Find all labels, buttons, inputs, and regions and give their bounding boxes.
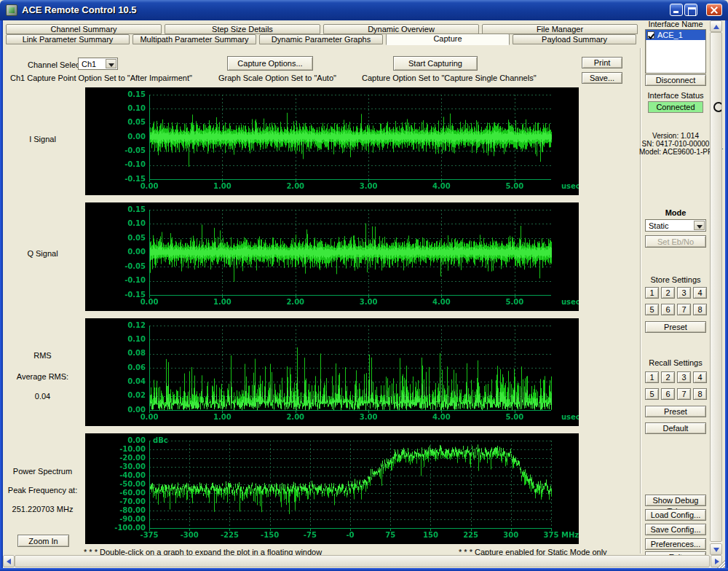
preferences-button[interactable]: Preferences... (645, 538, 706, 550)
arrow-left-icon (7, 559, 11, 564)
recall-2-button[interactable]: 2 (661, 371, 675, 383)
checkbox-checked-icon[interactable] (647, 31, 654, 39)
set-ebno-button: Set Eb/No (645, 235, 706, 248)
power-spectrum-plot[interactable] (85, 433, 579, 544)
status-graph-scale: Graph Scale Option Set to "Auto" (218, 74, 336, 82)
window-border-right (725, 20, 728, 571)
i-signal-plot[interactable] (85, 87, 579, 195)
interface-status-label: Interface Status (639, 91, 712, 100)
status-badge: Connected (648, 101, 703, 113)
app-icon (6, 4, 17, 16)
mode-value: Static (649, 221, 669, 230)
power-spectrum-label: Power Spectrum (0, 467, 85, 476)
interface-list[interactable]: ACE_1 (645, 29, 706, 74)
app-window: ACE Remote Control 10.5 Channel Summary … (0, 0, 728, 571)
arrow-down-icon (713, 548, 719, 552)
save-config-button[interactable]: Save Config... (645, 524, 706, 535)
recall-6-button[interactable]: 6 (661, 388, 675, 400)
title-bar[interactable]: ACE Remote Control 10.5 (0, 0, 728, 20)
store-6-button[interactable]: 6 (661, 304, 675, 315)
chevron-down-icon (697, 225, 703, 229)
save-button[interactable]: Save... (582, 72, 622, 84)
channel-select-label: Channel Select: (28, 60, 84, 69)
print-button[interactable]: Print (582, 57, 622, 68)
default-button[interactable]: Default (645, 422, 706, 434)
recall-4-button[interactable]: 4 (693, 371, 707, 383)
store-3-button[interactable]: 3 (677, 287, 691, 299)
tab-channel-summary[interactable]: Channel Summary (6, 24, 162, 34)
maximize-button[interactable] (684, 4, 697, 16)
list-item-interface[interactable]: ACE_1 (646, 30, 705, 40)
mode-label: Mode (639, 208, 712, 217)
i-signal-label: I Signal (0, 135, 85, 143)
rms-label: RMS (0, 351, 85, 360)
start-capturing-button[interactable]: Start Capturing (393, 56, 478, 71)
sidebar-divider (640, 48, 641, 554)
scroll-down-button[interactable] (710, 543, 722, 555)
scroll-up-button[interactable] (710, 20, 722, 32)
store-settings-label: Store Settings (639, 275, 712, 284)
recall-settings-label: Recall Settings (639, 358, 712, 367)
store-2-button[interactable]: 2 (661, 287, 675, 299)
store-preset-button[interactable]: Preset (645, 321, 706, 333)
channel-select-dropdown[interactable]: Ch1 (78, 58, 118, 70)
tab-file-manager[interactable]: File Manager (482, 24, 638, 34)
rms-plot[interactable] (85, 318, 579, 426)
minimize-button[interactable] (670, 4, 683, 16)
activity-indicator-icon (713, 102, 721, 114)
window-border-bottom (0, 568, 728, 571)
store-7-button[interactable]: 7 (677, 304, 691, 315)
window-border-left (0, 20, 3, 571)
average-rms-value: 0.04 (0, 392, 85, 401)
store-4-button[interactable]: 4 (693, 287, 707, 299)
recall-5-button[interactable]: 5 (645, 388, 659, 400)
q-signal-label: Q Signal (0, 249, 85, 258)
model-text: Model: ACE9600-1-PROT (639, 148, 712, 156)
peak-frequency-label: Peak Frequency at: (0, 486, 85, 495)
zoom-in-button[interactable]: Zoom In (17, 535, 69, 547)
tab-link-parameter-summary[interactable]: Link Parameter Summary (6, 34, 130, 44)
tab-dynamic-parameter-graphs[interactable]: Dynamic Parameter Graphs (259, 34, 383, 44)
tab-multipath-parameter-summary[interactable]: Multipath Parameter Summary (132, 34, 256, 44)
capture-options-button[interactable]: Capture Options... (227, 56, 313, 71)
close-button[interactable] (706, 4, 722, 16)
recall-3-button[interactable]: 3 (677, 371, 691, 383)
version-text: Version: 1.014 (639, 132, 712, 140)
serial-text: SN: 0417-010-00000 (639, 140, 712, 148)
horizontal-scroll-thumb[interactable] (15, 555, 710, 567)
tab-step-size-details[interactable]: Step Size Details (165, 24, 320, 34)
load-config-button[interactable]: Load Config... (645, 509, 706, 521)
interface-name-value: ACE_1 (657, 31, 683, 39)
channel-select-value: Ch1 (82, 60, 96, 68)
peak-frequency-value: 251.220703 MHz (0, 505, 85, 513)
recall-8-button[interactable]: 8 (693, 388, 707, 400)
recall-preset-button[interactable]: Preset (645, 406, 706, 417)
vertical-scrollbar[interactable] (710, 20, 722, 555)
tab-payload-summary[interactable]: Payload Summary (513, 34, 636, 44)
scroll-left-button[interactable] (3, 555, 15, 567)
store-1-button[interactable]: 1 (645, 287, 659, 299)
resize-grip[interactable] (716, 559, 725, 568)
store-8-button[interactable]: 8 (693, 304, 707, 315)
window-title: ACE Remote Control 10.5 (22, 4, 136, 15)
horizontal-scrollbar[interactable] (3, 555, 722, 567)
arrow-up-icon (713, 25, 719, 29)
average-rms-label: Average RMS: (0, 372, 85, 381)
status-capture-option: Capture Option Set to "Capture Single Ch… (362, 74, 537, 82)
chevron-down-icon (108, 63, 114, 67)
status-capture-point: Ch1 Capture Point Option Set to "After I… (10, 74, 192, 82)
store-5-button[interactable]: 5 (645, 304, 659, 315)
show-debug-tabs-button[interactable]: Show Debug Tabs (645, 495, 706, 506)
tab-dynamic-overview[interactable]: Dynamic Overview (323, 24, 479, 34)
q-signal-plot[interactable] (85, 202, 579, 311)
recall-7-button[interactable]: 7 (677, 388, 691, 400)
interface-name-label: Interface Name (639, 20, 712, 28)
tab-capture[interactable]: Capture (386, 34, 510, 45)
recall-1-button[interactable]: 1 (645, 371, 659, 383)
disconnect-button[interactable]: Disconnect (645, 74, 706, 86)
mode-dropdown[interactable]: Static (645, 219, 706, 232)
